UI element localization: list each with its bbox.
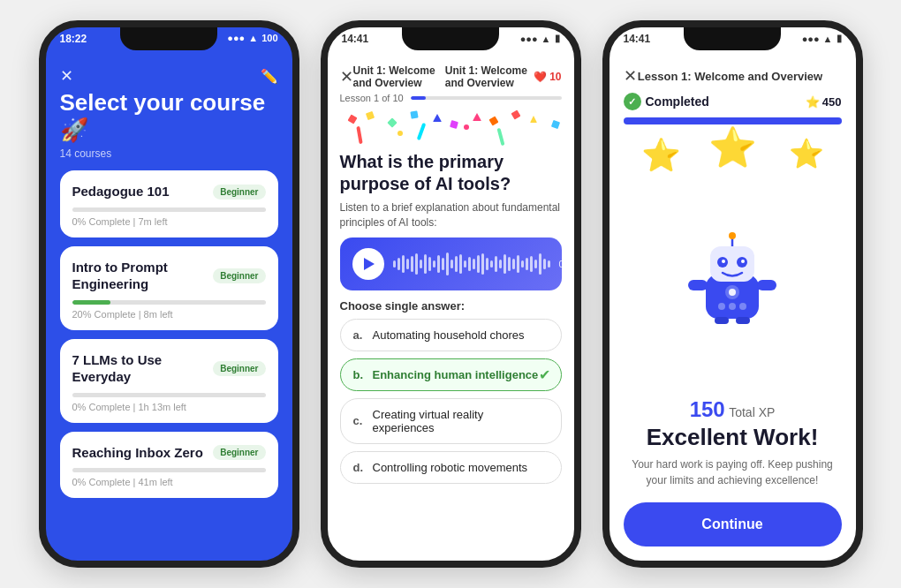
- page-title-1: Select your course 🚀: [60, 89, 278, 144]
- confetti-6: [450, 120, 458, 129]
- dot-2: [398, 131, 403, 136]
- confetti-10: [530, 116, 537, 123]
- star-right-icon: ⭐: [789, 137, 824, 170]
- course-card-header-1: Pedagogue 101 Beginner: [72, 183, 266, 200]
- confetti-8: [488, 117, 498, 126]
- ribbon-1: [356, 126, 362, 144]
- choose-label: Choose single answer:: [328, 299, 574, 313]
- lesson-progress-label: Lesson 1 of 10: [340, 93, 404, 103]
- confetti-9: [511, 110, 520, 120]
- wave-bar: [406, 259, 409, 269]
- star-center-icon: ⭐: [708, 124, 757, 170]
- confetti-11: [550, 120, 559, 129]
- answer-letter-c: c.: [353, 414, 366, 427]
- heart-badge: ❤️ 10: [534, 71, 561, 83]
- signal-icon-3: ●●●: [802, 34, 820, 44]
- course-card-header-2: Intro to Prompt Engineering Beginner: [72, 259, 266, 293]
- robot-area: ⭐ ⭐ ⭐: [624, 137, 842, 390]
- close-button-1[interactable]: ✕: [60, 66, 73, 86]
- answer-option-d[interactable]: d. Controlling robotic movements: [340, 451, 562, 484]
- answer-option-c[interactable]: c. Creating virtual reality experiences: [340, 398, 562, 444]
- excellent-sub: Your hard work is paying off. Keep pushi…: [624, 456, 842, 488]
- xp-number: 150: [690, 397, 725, 421]
- wave-bar: [486, 258, 488, 270]
- close-button-2[interactable]: ✕: [340, 67, 353, 87]
- course-progress-bar-2: [72, 300, 266, 305]
- battery-icon-3: ▮: [837, 33, 842, 44]
- status-time-2: 14:41: [342, 33, 369, 45]
- completed-badge: ✓ Completed: [624, 93, 709, 110]
- wave-bar: [442, 258, 444, 270]
- signal-icon-2: ●●●: [520, 34, 538, 44]
- course-progress-text-1: 0% Complete | 7m left: [72, 216, 266, 227]
- course-card-4[interactable]: Reaching Inbox Zero Beginner 0% Complete…: [60, 432, 278, 499]
- completed-label: Completed: [646, 94, 709, 109]
- course-name-2: Intro to Prompt Engineering: [72, 259, 207, 293]
- wave-bar: [534, 260, 537, 268]
- phone-notch-3: [684, 27, 781, 50]
- course-badge-2: Beginner: [213, 268, 265, 283]
- wave-bar: [437, 255, 440, 273]
- play-button[interactable]: [352, 248, 384, 280]
- continue-button[interactable]: Continue: [624, 502, 842, 547]
- answer-option-a[interactable]: a. Automating household chores: [340, 319, 562, 351]
- wave-bar: [446, 253, 449, 275]
- status-icons-1: ●●● ▲ 100: [227, 33, 277, 43]
- wave-bar: [499, 260, 502, 268]
- course-progress-text-2: 20% Complete | 8m left: [72, 309, 266, 320]
- dot-1: [464, 124, 469, 130]
- svg-point-5: [741, 260, 745, 263]
- audio-waveform: [393, 251, 550, 277]
- course-badge-1: Beginner: [213, 185, 265, 200]
- course-progress-bar-4: [72, 468, 266, 472]
- close-button-3[interactable]: ✕: [624, 66, 637, 86]
- course-name-3: 7 LLMs to Use Everyday: [72, 351, 207, 386]
- answer-letter-b: b.: [353, 368, 366, 381]
- heart-icon: ❤️: [534, 71, 547, 83]
- course-count: 14 courses: [60, 147, 278, 160]
- phone1-header: ✕ ✏️: [60, 66, 278, 86]
- confetti-4: [410, 110, 418, 118]
- status-icons-2: ●●● ▲ ▮: [520, 33, 560, 44]
- unit-title: Unit 1: Welcome and OverviewUnit 1: Welc…: [353, 64, 534, 89]
- wave-bar: [420, 260, 422, 268]
- wave-bar: [428, 257, 431, 271]
- svg-rect-16: [736, 317, 750, 324]
- wave-bar: [526, 258, 528, 270]
- excellent-title: Excellent Work!: [647, 424, 819, 451]
- course-progress-bar-1: [72, 207, 266, 212]
- lesson-title-header: Lesson 1: Welcome and Overview: [637, 70, 824, 83]
- wave-bar: [415, 253, 418, 275]
- star-left-icon: ⭐: [641, 137, 681, 174]
- course-progress-text-3: 0% Complete | 1h 13m left: [72, 402, 266, 412]
- wave-bar: [477, 255, 480, 273]
- wave-bar: [424, 254, 427, 274]
- confetti-3: [387, 117, 397, 127]
- wave-bar: [455, 256, 458, 272]
- wave-bar: [512, 259, 515, 269]
- course-card-2[interactable]: Intro to Prompt Engineering Beginner 20%…: [60, 246, 278, 330]
- wave-bar: [468, 257, 471, 271]
- status-time-1: 18:22: [60, 33, 87, 45]
- audio-time: 00:25: [559, 259, 574, 269]
- wave-bar: [402, 255, 405, 273]
- svg-point-12: [718, 303, 725, 310]
- check-circle-icon: ✓: [624, 93, 641, 110]
- course-card-3[interactable]: 7 LLMs to Use Everyday Beginner 0% Compl…: [60, 339, 278, 423]
- confetti-1: [347, 115, 357, 124]
- wifi-icon: ▲: [248, 33, 258, 43]
- svg-point-4: [722, 260, 725, 263]
- course-card-header-3: 7 LLMs to Use Everyday Beginner: [72, 351, 266, 386]
- audio-player[interactable]: 00:25: [340, 237, 562, 290]
- answer-text-d: Controlling robotic movements: [373, 461, 528, 474]
- course-card-1[interactable]: Pedagogue 101 Beginner 0% Complete | 7m …: [60, 170, 278, 237]
- battery-icon-2: ▮: [555, 33, 560, 44]
- phone2-content: ✕ Unit 1: Welcome and OverviewUnit 1: We…: [328, 59, 574, 561]
- wave-bar: [481, 253, 484, 275]
- edit-icon[interactable]: ✏️: [261, 68, 278, 85]
- svg-point-14: [739, 303, 746, 310]
- wave-bar: [548, 260, 550, 268]
- wifi-icon-2: ▲: [541, 34, 551, 44]
- answer-option-b[interactable]: b. Enhancing human intelligence ✔: [340, 358, 562, 391]
- course-badge-3: Beginner: [213, 361, 265, 376]
